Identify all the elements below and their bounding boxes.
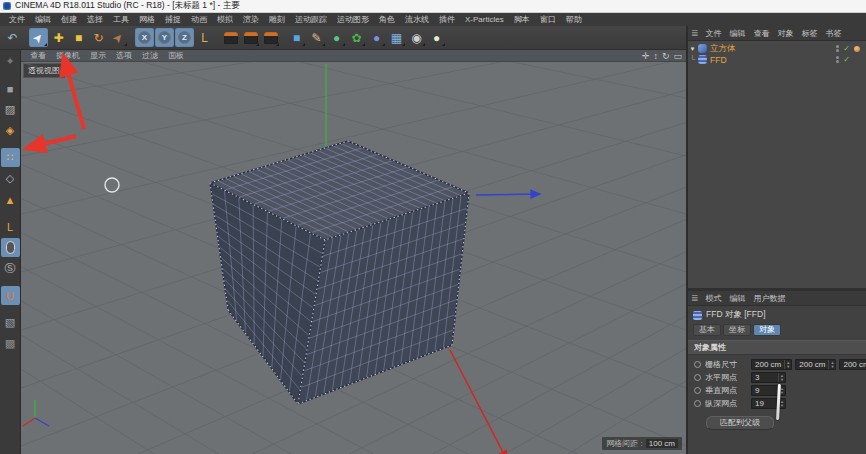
workplane-snap-button[interactable]: ▧ xyxy=(1,313,20,332)
subdivision-surface-button[interactable]: ● xyxy=(327,28,346,47)
keyframe-circle-icon[interactable] xyxy=(694,400,701,407)
move-tool[interactable]: ✚ xyxy=(49,28,68,47)
points-mode-button[interactable]: ∷ xyxy=(1,148,20,167)
menu-创建[interactable]: 创建 xyxy=(56,14,82,25)
value-field[interactable]: 200 cm▲▼ xyxy=(751,359,792,370)
workplane-mode-button[interactable]: ◈ xyxy=(1,121,20,140)
menu-脚本[interactable]: 脚本 xyxy=(509,14,535,25)
cube-primitive-button[interactable]: ■ xyxy=(287,28,306,47)
tab-基本[interactable]: 基本 xyxy=(693,324,721,336)
visibility-dots-icon[interactable] xyxy=(836,45,839,52)
lock-y-axis-button[interactable]: Y xyxy=(155,28,174,47)
object-row-立方体[interactable]: ▾立方体✓ xyxy=(688,43,866,54)
keyframe-circle-icon[interactable] xyxy=(694,387,701,394)
edges-mode-button[interactable]: ◇ xyxy=(1,169,20,188)
menu-网格[interactable]: 网格 xyxy=(134,14,160,25)
enable-check-icon[interactable]: ✓ xyxy=(843,55,850,64)
lock-z-axis-button[interactable]: Z xyxy=(175,28,194,47)
menu-流水线[interactable]: 流水线 xyxy=(400,14,434,25)
field-value[interactable]: 200 cm xyxy=(752,360,784,369)
spinner-icon[interactable]: ▲▼ xyxy=(828,360,835,369)
am-menu-用户数据[interactable]: 用户数据 xyxy=(750,293,790,304)
hamburger-icon[interactable]: ≣ xyxy=(691,28,699,38)
value-field[interactable]: 200 cm▲▼ xyxy=(839,359,866,370)
viewport-menu-选项[interactable]: 选项 xyxy=(111,50,137,61)
deformer-button[interactable]: ● xyxy=(367,28,386,47)
expand-toggle-icon[interactable]: ▾ xyxy=(688,45,697,53)
last-used-tool[interactable]: ➤ xyxy=(109,28,128,47)
light-button[interactable]: ● xyxy=(427,28,446,47)
object-name[interactable]: 立方体 xyxy=(710,43,736,55)
menu-帮助[interactable]: 帮助 xyxy=(561,14,587,25)
render-picture-viewer-button[interactable] xyxy=(241,28,260,47)
field-value[interactable]: 19 xyxy=(752,399,778,408)
om-menu-书签[interactable]: 书签 xyxy=(822,28,846,39)
viewport-menu-查看[interactable]: 查看 xyxy=(25,50,51,61)
om-menu-标签[interactable]: 标签 xyxy=(798,28,822,39)
rotate-tool[interactable]: ↻ xyxy=(89,28,108,47)
model-mode-button[interactable]: ■ xyxy=(1,79,20,98)
floor-environment-button[interactable]: ▦ xyxy=(387,28,406,47)
object-name[interactable]: FFD xyxy=(710,55,727,65)
tab-对象[interactable]: 对象 xyxy=(753,324,781,336)
camera-button[interactable]: ◉ xyxy=(407,28,426,47)
coordinate-system-button[interactable]: L xyxy=(195,28,214,47)
viewport-menu-面板[interactable]: 面板 xyxy=(163,50,189,61)
toggle-view-icon[interactable]: ▭ xyxy=(673,51,682,61)
viewport[interactable]: 查看摄像机显示选项过滤面板 ✛↕↻▭ 透视视图 网格间距 : 100 cm xyxy=(21,50,686,454)
spinner-icon[interactable]: ▲▼ xyxy=(778,373,785,382)
scale-tool[interactable]: ■ xyxy=(69,28,88,47)
fit-to-parent-button[interactable]: 匹配到父级 xyxy=(706,416,774,430)
menu-X-Particles[interactable]: X-Particles xyxy=(460,15,509,24)
menu-雕刻[interactable]: 雕刻 xyxy=(264,14,290,25)
visibility-dots-icon[interactable] xyxy=(836,56,839,63)
menu-渲染[interactable]: 渲染 xyxy=(238,14,264,25)
keyframe-circle-icon[interactable] xyxy=(694,361,701,368)
viewport-solo-mouse-button[interactable] xyxy=(1,238,20,257)
menu-运动跟踪[interactable]: 运动跟踪 xyxy=(290,14,332,25)
value-field[interactable]: 200 cm▲▼ xyxy=(795,359,836,370)
hamburger-icon[interactable]: ≣ xyxy=(691,293,699,303)
menu-文件[interactable]: 文件 xyxy=(4,14,30,25)
menu-插件[interactable]: 插件 xyxy=(434,14,460,25)
menu-运动图形[interactable]: 运动图形 xyxy=(332,14,374,25)
solo-mode-button[interactable]: Ⓢ xyxy=(1,259,20,278)
cube-object-icon[interactable] xyxy=(698,44,707,53)
menu-动画[interactable]: 动画 xyxy=(186,14,212,25)
value-field[interactable]: 19▲▼ xyxy=(751,398,786,409)
field-value[interactable]: 200 cm xyxy=(840,360,866,369)
value-field[interactable]: 3▲▼ xyxy=(751,372,786,383)
am-menu-编辑[interactable]: 编辑 xyxy=(726,293,750,304)
phong-tag-icon[interactable] xyxy=(854,46,860,52)
field-value[interactable]: 3 xyxy=(752,373,778,382)
lock-x-axis-button[interactable]: X xyxy=(135,28,154,47)
enable-axis-button[interactable]: L xyxy=(1,217,20,236)
om-menu-查看[interactable]: 查看 xyxy=(750,28,774,39)
undo-icon[interactable]: ↶ xyxy=(3,28,22,47)
object-properties-section[interactable]: 对象属性 xyxy=(688,340,866,355)
menu-角色[interactable]: 角色 xyxy=(374,14,400,25)
object-row-FFD[interactable]: └FFD✓ xyxy=(688,54,866,65)
viewport-menu-显示[interactable]: 显示 xyxy=(85,50,111,61)
pen-spline-button[interactable]: ✎ xyxy=(307,28,326,47)
menu-窗口[interactable]: 窗口 xyxy=(535,14,561,25)
viewport-canvas[interactable] xyxy=(21,62,686,454)
menu-工具[interactable]: 工具 xyxy=(108,14,134,25)
om-menu-编辑[interactable]: 编辑 xyxy=(726,28,750,39)
make-editable-button[interactable]: ✦ xyxy=(1,52,20,71)
am-menu-模式[interactable]: 模式 xyxy=(702,293,726,304)
rotate-view-icon[interactable]: ↻ xyxy=(662,51,670,61)
render-settings-button[interactable] xyxy=(261,28,280,47)
array-generator-button[interactable]: ✿ xyxy=(347,28,366,47)
viewport-menu-摄像机[interactable]: 摄像机 xyxy=(51,50,85,61)
enable-check-icon[interactable]: ✓ xyxy=(843,44,850,53)
polygons-mode-button[interactable]: ▲ xyxy=(1,190,20,209)
render-view-button[interactable] xyxy=(221,28,240,47)
field-value[interactable]: 9 xyxy=(752,386,778,395)
ffd-object-icon[interactable] xyxy=(698,55,707,64)
live-selection-tool[interactable]: ➤ xyxy=(29,28,48,47)
menu-编辑[interactable]: 编辑 xyxy=(30,14,56,25)
keyframe-circle-icon[interactable] xyxy=(694,374,701,381)
viewport-menu-过滤[interactable]: 过滤 xyxy=(137,50,163,61)
menu-模拟[interactable]: 模拟 xyxy=(212,14,238,25)
